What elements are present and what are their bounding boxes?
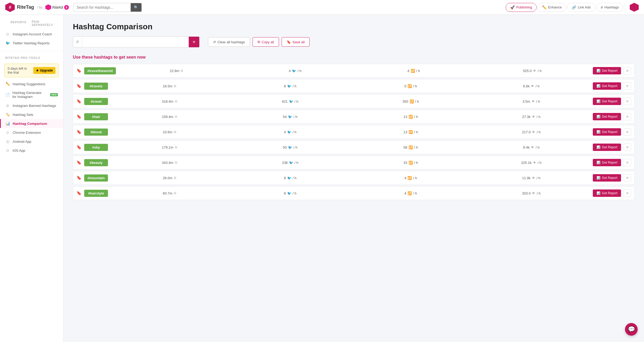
chart-icon: 📊 (596, 161, 600, 164)
instagram-count: 60.7m (163, 191, 172, 195)
sidebar-item-ios-app[interactable]: ⊙ iOS App (0, 146, 63, 155)
views-count: 217.0 (522, 130, 531, 134)
sidebar-item-hashtag-comparison[interactable]: 📊 Hashtag Comparison (0, 119, 63, 128)
get-report-button[interactable]: 📊 Get Report (593, 159, 621, 166)
header: # RiteTag / by RiteKit 6 🔍 🚀 Publishing … (0, 0, 644, 15)
twitter-tweet-count: 54 (283, 115, 287, 119)
instagram-stat: 343.4m ⊙ (111, 161, 229, 165)
tab-publishing[interactable]: 🚀 Publishing (506, 3, 537, 12)
hashtag-tag[interactable]: #hairstyle (84, 190, 108, 197)
twitter-unit: / h (297, 69, 301, 73)
views-unit: / h (538, 161, 541, 165)
views-count: 8.4k (523, 145, 530, 149)
remove-hashtag-button[interactable]: ✕ (624, 67, 631, 74)
remove-hashtag-button[interactable]: ✕ (624, 174, 631, 182)
tab-link-ads[interactable]: 🔗 Link Ads (567, 3, 595, 12)
get-report-button[interactable]: 📊 Get Report (593, 98, 621, 105)
sidebar-item-android-app[interactable]: ◎ Android App (0, 137, 63, 146)
sidebar-item-hashtag-suggestions[interactable]: ✏️ Hashtag Suggestions (0, 79, 63, 88)
bookmark-icon[interactable]: 🔖 (76, 130, 82, 134)
get-report-label: Get Report (602, 84, 617, 88)
hashtag-tag[interactable]: #travels (84, 83, 108, 90)
close-icon: ✕ (626, 115, 629, 119)
ritekit-name: RiteKit (52, 5, 63, 10)
hashtag-tag[interactable]: #travel (84, 98, 108, 105)
sidebar-item-twitter-reports-label: Twitter Hashtag Reports (13, 41, 49, 45)
hashtag-tag[interactable]: #traveltheworld (84, 67, 116, 74)
close-icon: ✕ (626, 99, 629, 103)
page-title: Hashtag Comparison (73, 22, 634, 31)
retweet-icon: 🔁 (408, 176, 412, 180)
hashtag-input[interactable] (82, 37, 189, 47)
sidebar-item-hashtag-sets[interactable]: 🏷️ Hashtag Sets (0, 110, 63, 119)
bookmark-icon[interactable]: 🔖 (76, 84, 82, 88)
hashtag-tag[interactable]: #hair (84, 113, 108, 120)
get-report-button[interactable]: 📊 Get Report (593, 189, 621, 197)
twitter-tweet-count: 4 (284, 130, 286, 134)
bookmark-icon[interactable]: 🔖 (76, 114, 82, 119)
remove-hashtag-button[interactable]: ✕ (624, 144, 631, 151)
sidebar-item-hashtag-generator[interactable]: 📄 Hashtag Generator for Instagram NEW (0, 88, 63, 101)
get-report-button[interactable]: 📊 Get Report (593, 113, 621, 120)
retweet-count: 0 (404, 84, 406, 88)
bookmark-icon[interactable]: 🔖 (76, 99, 82, 104)
instagram-count: 10.6m (163, 130, 172, 134)
copy-all-button[interactable]: ⧉ Copy all (253, 37, 279, 47)
retweet-icon: 🔁 (410, 99, 414, 103)
twitter-icon: 🐦 (289, 161, 293, 165)
hashtag-tag[interactable]: #sky (84, 144, 108, 151)
add-hashtag-button[interactable]: + (189, 37, 199, 47)
close-icon: ✕ (626, 160, 629, 165)
bookmark-icon[interactable]: 🔖 (76, 145, 82, 150)
hashtag-tag[interactable]: #mountain (84, 174, 108, 182)
twitter-unit: / h (293, 130, 296, 134)
get-report-button[interactable]: 📊 Get Report (593, 128, 621, 136)
save-all-button[interactable]: 🔖 Save all (282, 37, 310, 47)
retweet-unit: / h (414, 145, 418, 149)
sidebar-item-chrome-extension[interactable]: ⊙ Chrome Extension (0, 128, 63, 137)
upgrade-star-icon: ★ (36, 69, 39, 72)
hashtag-tag[interactable]: #blond (84, 129, 108, 136)
bookmark-icon[interactable]: 🔖 (76, 191, 82, 196)
chat-bubble-button[interactable]: 💬 (625, 323, 638, 336)
tab-enhance[interactable]: ✏️ Enhance (538, 3, 566, 12)
search-button[interactable]: 🔍 (131, 3, 141, 12)
remove-hashtag-button[interactable]: ✕ (624, 98, 631, 105)
remove-hashtag-button[interactable]: ✕ (624, 113, 631, 120)
upgrade-label: Upgrade (40, 69, 53, 72)
get-report-label: Get Report (602, 69, 617, 73)
tab-hashtags[interactable]: # Hashtags (596, 3, 623, 12)
eye-icon: 👁 (532, 191, 535, 195)
remove-hashtag-button[interactable]: ✕ (624, 82, 631, 90)
remove-hashtag-button[interactable]: ✕ (624, 189, 631, 197)
sidebar-item-instagram-account-coach[interactable]: ⊙ Instagram Account Coach (0, 30, 63, 39)
trial-box: 0 days left in the trial ★ Upgrade (4, 64, 59, 77)
sidebar-item-instagram-banned[interactable]: ⊘ Instagram Banned Hashtags (0, 101, 63, 110)
instagram-count: 159.4m (162, 115, 173, 119)
bookmark-icon[interactable]: 🔖 (76, 68, 82, 73)
sidebar-item-hashtag-generator-label: Hashtag Generator for Instagram (12, 91, 46, 99)
chart-icon: 📊 (596, 99, 600, 103)
subtitle-highlight: now (137, 55, 146, 59)
sidebar-item-twitter-reports[interactable]: 🐦 Twitter Hashtag Reports (0, 39, 63, 48)
remove-hashtag-button[interactable]: ✕ (624, 128, 631, 136)
search-input[interactable] (73, 3, 131, 12)
bookmark-icon[interactable]: 🔖 (76, 175, 82, 180)
get-report-button[interactable]: 📊 Get Report (593, 174, 621, 182)
get-report-button[interactable]: 📊 Get Report (593, 144, 621, 151)
views-unit: / h (537, 115, 540, 119)
layout: REPORTS PAID SEPARATELY ⊙ Instagram Acco… (0, 15, 644, 342)
search-area[interactable]: 🔍 (73, 3, 142, 12)
remove-hashtag-button[interactable]: ✕ (624, 159, 631, 166)
upgrade-button[interactable]: ★ Upgrade (33, 67, 55, 74)
chart-icon: 📊 (596, 130, 600, 134)
hashtag-tag[interactable]: #beauty (84, 159, 108, 166)
views-unit: / h (536, 84, 539, 88)
instagram-icon: ⊙ (175, 161, 177, 164)
sidebar: REPORTS PAID SEPARATELY ⊙ Instagram Acco… (0, 15, 63, 342)
clear-all-button[interactable]: ↺ Clear all hashtags (208, 37, 250, 47)
get-report-button[interactable]: 📊 Get Report (593, 82, 621, 90)
bookmark-icon[interactable]: 🔖 (76, 160, 82, 165)
get-report-button[interactable]: 📊 Get Report (593, 67, 621, 74)
hashtag-row: 🔖 #traveltheworld 22.8m ⊙ 4 🐦 / h 4 🔁 / … (73, 64, 634, 78)
